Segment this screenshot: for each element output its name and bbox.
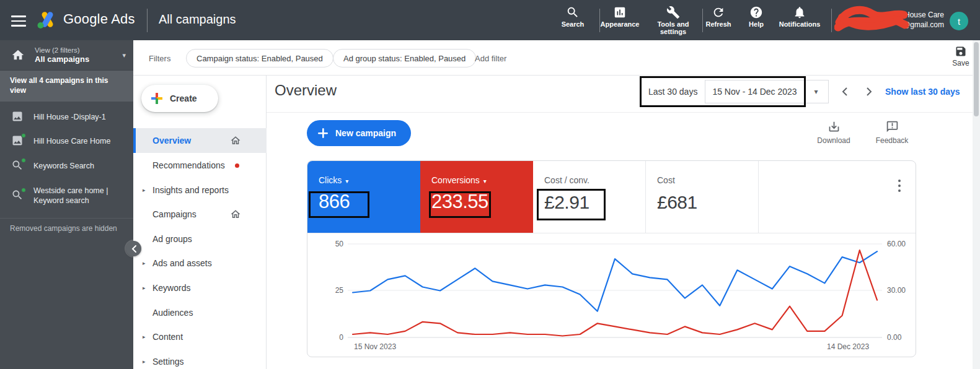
chevron-down-icon: ▾ xyxy=(814,87,818,96)
help-icon xyxy=(749,6,763,19)
nav-item-ads-and-assets[interactable]: ▸ Ads and assets xyxy=(133,251,267,276)
save-icon xyxy=(955,45,967,58)
scorecard-conversions-label[interactable]: Conversions▾ xyxy=(431,175,487,185)
nav-item-keywords[interactable]: ▸ Keywords xyxy=(133,276,267,300)
chevron-left-icon xyxy=(842,87,847,96)
scorecard-cost-value: £681 xyxy=(657,192,697,213)
previous-period-button[interactable] xyxy=(836,83,853,100)
display-campaign-icon xyxy=(11,110,25,124)
expand-caret-icon: ▸ xyxy=(143,285,146,291)
y-axis-tick-left: 0 xyxy=(326,333,343,342)
tools-icon xyxy=(666,6,680,19)
header-divider xyxy=(267,112,980,113)
collapse-sidebar-button[interactable] xyxy=(126,241,141,256)
overview-chart[interactable] xyxy=(348,238,882,343)
chevron-down-icon: ▾ xyxy=(483,178,487,184)
scorecard-cost-label: Cost xyxy=(657,175,675,185)
filter-chip-campaign-status[interactable]: Campaign status: Enabled, Paused xyxy=(186,49,333,67)
show-last-30-days-link[interactable]: Show last 30 days xyxy=(885,87,960,97)
nav-item-settings[interactable]: ▸ Settings xyxy=(133,349,267,369)
chevron-left-icon xyxy=(131,245,136,253)
scorecard-row: Clicks▾ 866 Conversions▾ 233.55 Cost / c… xyxy=(307,161,916,233)
search-icon xyxy=(566,6,580,19)
page-context-label: All campaigns xyxy=(159,12,236,27)
redaction-scribble xyxy=(834,4,910,37)
create-button[interactable]: Create xyxy=(141,85,218,112)
new-campaign-button[interactable]: New campaign xyxy=(307,120,411,146)
home-icon xyxy=(230,209,241,220)
product-name: Google Ads xyxy=(63,11,135,27)
search-button[interactable]: Search xyxy=(554,6,591,28)
appearance-icon xyxy=(613,6,627,19)
scorecard-cost-per-conv[interactable]: Cost / conv. £2.91 xyxy=(533,161,646,233)
date-range-dropdown[interactable]: ▾ xyxy=(804,80,829,103)
nav-item-ad-groups[interactable]: Ad groups xyxy=(133,227,267,251)
home-icon xyxy=(230,135,241,146)
feedback-button[interactable]: Feedback xyxy=(872,120,912,145)
nav-item-recommendations[interactable]: Recommendations xyxy=(133,153,267,178)
scorecard-cost-per-conv-value: £2.91 xyxy=(544,192,589,213)
enabled-status-dot xyxy=(21,188,26,193)
main-menu-icon[interactable] xyxy=(11,12,26,30)
y-axis-tick-right: 30.00 xyxy=(887,286,906,295)
scorecard-clicks[interactable]: Clicks▾ 866 xyxy=(307,161,420,233)
enabled-status-dot xyxy=(21,158,26,163)
view-title: View (2 filters) xyxy=(35,46,89,54)
sidebar-campaign-hill-house-display[interactable]: Hill House -Display-1 xyxy=(0,105,133,129)
view-selector[interactable]: View (2 filters) All campaigns ▾ xyxy=(0,40,133,71)
y-axis-tick-left: 50 xyxy=(326,240,343,248)
expand-caret-icon: ▸ xyxy=(143,358,146,365)
save-filter-button[interactable]: Save xyxy=(947,45,975,67)
multicolor-plus-icon xyxy=(151,93,162,104)
next-period-button[interactable] xyxy=(860,83,878,100)
refresh-icon xyxy=(712,6,725,19)
help-button[interactable]: Help xyxy=(741,6,772,28)
date-range-selector[interactable]: 15 Nov - 14 Dec 2023 xyxy=(705,80,805,103)
card-menu-button[interactable] xyxy=(893,178,906,194)
notifications-button[interactable]: Notifications xyxy=(774,6,825,28)
display-campaign-icon xyxy=(11,134,25,148)
scorecard-clicks-label[interactable]: Clicks▾ xyxy=(319,175,348,185)
view-subtitle: All campaigns xyxy=(35,54,89,64)
google-ads-app: Google Ads All campaigns Search Appearan… xyxy=(0,0,980,369)
plus-icon xyxy=(318,128,328,138)
filter-chip-ad-group-status[interactable]: Ad group status: Enabled, Paused xyxy=(333,49,476,67)
nav-item-audiences[interactable]: Audiences xyxy=(133,300,267,325)
download-button[interactable]: Download xyxy=(813,120,854,145)
scorecard-conversions-value: 233.55 xyxy=(431,191,488,213)
notification-dot xyxy=(235,163,239,168)
scorecard-cost[interactable]: Cost £681 xyxy=(646,161,759,233)
tools-and-settings-button[interactable]: Tools and settings xyxy=(648,6,698,35)
nav-item-insights-and-reports[interactable]: ▸ Insights and reports xyxy=(133,178,267,202)
account-avatar[interactable]: t xyxy=(950,12,968,30)
nav-item-overview[interactable]: Overview xyxy=(133,128,267,153)
selected-indicator xyxy=(133,128,136,153)
google-ads-logo-icon xyxy=(36,10,58,30)
refresh-button[interactable]: Refresh xyxy=(697,6,740,28)
topbar-divider xyxy=(147,9,148,32)
chevron-right-icon xyxy=(867,87,872,96)
sidebar-divider xyxy=(0,218,133,219)
add-filter-button[interactable]: Add filter xyxy=(475,54,506,63)
view-note: View all 4 campaigns in this view xyxy=(0,71,133,102)
search-campaign-icon xyxy=(11,159,25,173)
scorecard-conversions[interactable]: Conversions▾ 233.55 xyxy=(420,161,533,233)
x-axis-start-label: 15 Nov 2023 xyxy=(354,342,396,351)
scrollbar-thumb[interactable] xyxy=(974,42,979,116)
home-icon xyxy=(11,48,25,62)
sidebar-campaign-keywords-search[interactable]: Keywords Search xyxy=(0,154,133,178)
sidebar-campaign-westside-care-home[interactable]: Westside care home | Keyword search xyxy=(0,178,133,213)
download-icon xyxy=(828,120,841,133)
date-preset-label[interactable]: Last 30 days xyxy=(648,87,697,97)
appearance-button[interactable]: Appearance xyxy=(595,6,645,28)
nav-item-content[interactable]: ▸ Content xyxy=(133,324,267,349)
chevron-down-icon: ▾ xyxy=(345,178,348,184)
removed-campaigns-note: Removed campaigns are hidden xyxy=(10,224,117,233)
sidebar-campaign-hill-house-care-home[interactable]: Hill House Care Home xyxy=(0,129,133,154)
expand-caret-icon: ▸ xyxy=(143,187,146,193)
scorecard-clicks-value: 866 xyxy=(319,191,350,213)
x-axis-end-label: 14 Dec 2023 xyxy=(827,342,869,351)
y-axis-tick-left: 25 xyxy=(326,286,343,295)
y-axis-tick-right: 0.00 xyxy=(887,333,901,342)
nav-item-campaigns[interactable]: Campaigns xyxy=(133,202,267,227)
